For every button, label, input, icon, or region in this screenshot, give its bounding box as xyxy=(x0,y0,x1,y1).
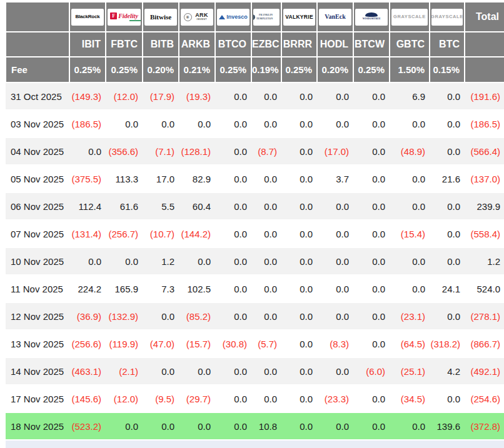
flow-value-cell: 0.0 xyxy=(390,110,430,137)
flow-value-cell: 0.0 xyxy=(215,82,251,110)
total-value-cell: 11,911 xyxy=(106,440,143,448)
fee-BTCW: 0.25% xyxy=(353,57,390,82)
flow-value-cell: 0.0 xyxy=(69,137,106,165)
flow-value-cell: 82.9 xyxy=(179,165,215,192)
total-value-cell: 173 xyxy=(215,440,251,448)
flow-value-cell: 0.0 xyxy=(215,357,251,385)
ticker-BRRR: BRRR xyxy=(281,32,317,57)
brand-header-grayscale2: GRAYSCALE xyxy=(430,2,465,32)
fee-FBTC: 0.25% xyxy=(106,57,143,82)
flow-value-cell: (186.5) xyxy=(465,110,504,137)
flow-value-cell: 0.0 xyxy=(106,247,143,275)
row-date: 10 Nov 2025 xyxy=(6,247,69,275)
wisdomtree-logo: WISDOMTREE xyxy=(355,9,388,26)
flow-value-cell: 0.0 xyxy=(215,192,251,220)
flow-value-cell: 0.0 xyxy=(281,165,317,192)
ticker-HODL: HODL xyxy=(317,32,353,57)
flow-value-cell: (318.2) xyxy=(430,330,465,357)
ticker-IBIT: IBIT xyxy=(69,32,106,57)
flow-value-cell: (12.0) xyxy=(106,385,143,412)
total-value-cell: 300 xyxy=(281,440,317,448)
flow-value-cell: 165.9 xyxy=(106,275,143,302)
row-date: 05 Nov 2025 xyxy=(6,165,69,192)
ticker-EZBC: EZBC xyxy=(251,32,281,57)
flow-value-cell: (866.7) xyxy=(465,330,504,357)
row-date: 03 Nov 2025 xyxy=(6,110,69,137)
wisdomtree-tree-icon xyxy=(365,12,378,17)
table-row: 10 Nov 20250.00.01.20.00.00.00.00.00.00.… xyxy=(6,247,504,275)
ark-invest-subtext: INVEST xyxy=(196,18,207,21)
flow-value-cell: (256.7) xyxy=(106,220,143,247)
brand-header-wisdomtree: WISDOMTREE xyxy=(353,2,390,32)
flow-value-cell: 0.0 xyxy=(430,192,465,220)
flow-value-cell: 0.0 xyxy=(215,220,251,247)
total-value-cell: 42 xyxy=(353,440,390,448)
flow-value-cell: 0.0 xyxy=(353,192,390,220)
fidelity-logo: FFidelity xyxy=(108,9,141,26)
total-value-cell: 1,794 xyxy=(430,440,465,448)
flow-value-cell: (372.8) xyxy=(465,412,504,440)
flow-value-cell: (85.2) xyxy=(179,302,215,330)
flow-value-cell: (254.6) xyxy=(465,385,504,412)
flow-value-cell: (15.7) xyxy=(179,330,215,357)
fidelity-f-icon: F xyxy=(110,12,117,19)
flow-value-cell: (2.1) xyxy=(106,357,143,385)
flow-value-cell: 0.0 xyxy=(317,275,353,302)
flow-value-cell: 139.6 xyxy=(430,412,465,440)
flow-value-cell: 0.0 xyxy=(430,137,465,165)
flow-value-cell: 0.0 xyxy=(179,110,215,137)
total-value-cell: 1,882 xyxy=(179,440,215,448)
ark-invest-logo: ARKINVEST xyxy=(181,9,213,26)
flow-value-cell: 0.0 xyxy=(215,302,251,330)
flow-value-cell: 113.3 xyxy=(106,165,143,192)
flow-value-cell: 0.0 xyxy=(69,247,106,275)
flow-value-cell: (356.6) xyxy=(106,137,143,165)
flow-value-cell: (9.5) xyxy=(143,385,179,412)
flow-value-cell: 0.0 xyxy=(143,302,179,330)
flow-value-cell: 0.0 xyxy=(390,247,430,275)
franklin-logo-row: FRANKLINTEMPLETON xyxy=(253,13,280,21)
flow-value-cell: 102.5 xyxy=(179,275,215,302)
fee-BTCO: 0.25% xyxy=(215,57,251,82)
franklin-ben-icon xyxy=(253,14,255,20)
ticker-FBTC: FBTC xyxy=(106,32,143,57)
ark-wordmark: ARK xyxy=(195,12,208,18)
flow-value-cell: 24.1 xyxy=(430,275,465,302)
flow-value-cell: 0.0 xyxy=(281,110,317,137)
flow-value-cell: (8.3) xyxy=(317,330,353,357)
fidelity-underline-bar xyxy=(129,20,141,21)
table-row: 07 Nov 2025(131.4)(256.7)(10.7)(144.2)0.… xyxy=(6,220,504,247)
flow-value-cell: 0.0 xyxy=(281,357,317,385)
flow-value-cell: 0.0 xyxy=(317,412,353,440)
valkyrie-logo: VALKYRIE xyxy=(283,9,315,26)
row-date: 04 Nov 2025 xyxy=(6,137,69,165)
row-date: 07 Nov 2025 xyxy=(6,220,69,247)
brand-header-ark: ARKINVEST xyxy=(179,2,215,32)
table-row: 03 Nov 2025(186.5)0.00.00.00.00.00.00.00… xyxy=(6,110,504,137)
ark-logo-row: ARKINVEST xyxy=(184,12,211,22)
fee-total-blank xyxy=(465,57,504,82)
flow-value-cell: 0.0 xyxy=(251,275,281,302)
flow-value-cell: 0.0 xyxy=(430,82,465,110)
flow-value-cell: (137.0) xyxy=(465,165,504,192)
flow-value-cell: (7.1) xyxy=(143,137,179,165)
ark-text-col: ARKINVEST xyxy=(193,12,211,22)
franklin-templeton-logo: FRANKLINTEMPLETON xyxy=(253,9,280,26)
grayscale-logo: GRAYSCALE xyxy=(431,9,463,26)
brand-header-grayscale: GRAYSCALE xyxy=(390,2,430,32)
flow-value-cell: 0.0 xyxy=(317,82,353,110)
table-row: 14 Nov 2025(463.1)(2.1)0.00.00.00.00.00.… xyxy=(6,357,504,385)
table-row: 18 Nov 2025(523.2)0.00.00.00.010.80.00.0… xyxy=(6,412,504,440)
flow-value-cell: 0.0 xyxy=(281,137,317,165)
flow-value-cell: 0.0 xyxy=(281,192,317,220)
flow-value-cell: (256.6) xyxy=(69,330,106,357)
flow-value-cell: 0.0 xyxy=(353,247,390,275)
flow-value-cell: 224.2 xyxy=(69,275,106,302)
flow-value-cell: 0.0 xyxy=(281,82,317,110)
flow-value-cell: (131.4) xyxy=(69,220,106,247)
fee-BTC: 0.15% xyxy=(430,57,465,82)
brand-logo-row: BlackRockFFidelityBitwiseARKINVESTInvesc… xyxy=(6,2,504,32)
flow-value-cell: 0.0 xyxy=(353,302,390,330)
flow-value-cell: 0.0 xyxy=(430,385,465,412)
flow-value-cell: 0.0 xyxy=(390,412,430,440)
